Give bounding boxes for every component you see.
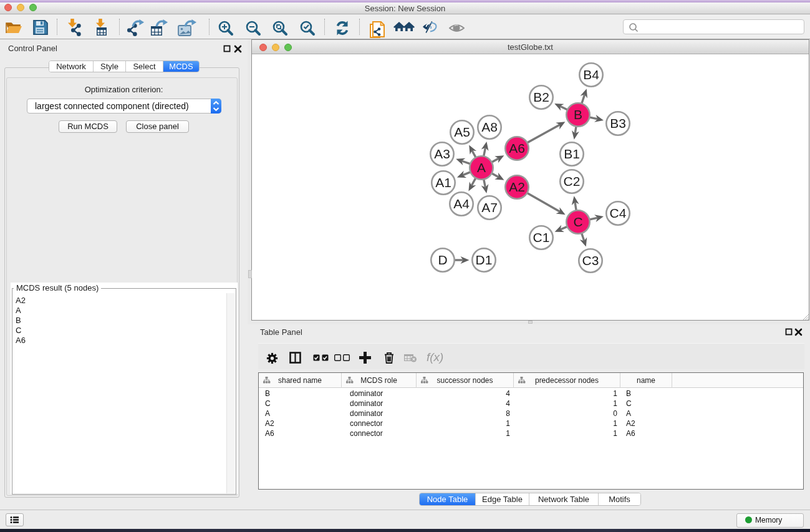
svg-text:B: B [574, 107, 582, 122]
svg-text:B3: B3 [610, 116, 626, 130]
svg-text:A1: A1 [435, 175, 451, 190]
svg-text:C4: C4 [610, 206, 627, 220]
svg-text:B4: B4 [583, 67, 599, 82]
svg-text:A2: A2 [509, 180, 525, 194]
svg-text:A7: A7 [481, 200, 498, 215]
svg-text:C3: C3 [582, 253, 599, 268]
svg-text:C2: C2 [564, 174, 581, 188]
svg-text:A8: A8 [481, 120, 498, 134]
svg-text:D1: D1 [476, 253, 493, 267]
svg-text:A5: A5 [454, 125, 470, 139]
svg-text:C: C [573, 215, 582, 229]
svg-text:C1: C1 [533, 230, 550, 244]
svg-text:A4: A4 [453, 196, 470, 211]
svg-text:A: A [477, 160, 486, 175]
svg-text:f(x): f(x) [427, 352, 443, 364]
svg-text:A3: A3 [434, 147, 450, 161]
svg-text:B2: B2 [533, 90, 549, 104]
svg-text:B1: B1 [564, 147, 580, 161]
svg-text:D: D [438, 253, 447, 267]
svg-text:A6: A6 [509, 141, 525, 155]
